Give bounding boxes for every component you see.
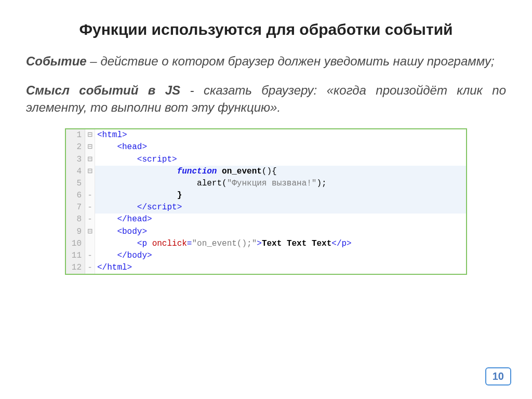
line-number: 5 bbox=[66, 178, 85, 190]
code-content: alert("Функция вызвана!"); bbox=[95, 178, 466, 190]
code-line: 4⊟ function on_event(){ bbox=[66, 166, 466, 178]
code-content: <html> bbox=[95, 129, 466, 141]
line-number: 1 bbox=[66, 129, 85, 141]
code-content: <head> bbox=[95, 141, 466, 153]
meaning-term: Смысл событий в JS bbox=[26, 83, 180, 97]
fold-icon bbox=[85, 178, 95, 190]
line-number: 3 bbox=[66, 154, 85, 166]
code-line: 9⊟ <body> bbox=[66, 226, 466, 238]
line-number: 8 bbox=[66, 214, 85, 225]
line-number: 10 bbox=[66, 238, 85, 250]
page-number-badge: 10 bbox=[485, 367, 511, 385]
code-line: 10 <p onclick="on_event();">Text Text Te… bbox=[66, 238, 466, 250]
definition-term: Событие bbox=[26, 54, 87, 68]
fold-icon: ⊟ bbox=[85, 166, 95, 178]
code-block: 1⊟<html>2⊟ <head>3⊟ <script>4⊟ function … bbox=[65, 128, 467, 275]
fold-icon: ⊟ bbox=[85, 154, 95, 166]
line-number: 7 bbox=[66, 202, 85, 214]
slide-title: Функции используются для обработки событ… bbox=[26, 21, 506, 38]
code-line: 6- } bbox=[66, 190, 466, 202]
code-line: 12-</html> bbox=[66, 262, 466, 274]
fold-icon: - bbox=[85, 262, 95, 274]
code-line: 11- </body> bbox=[66, 250, 466, 262]
line-number: 9 bbox=[66, 226, 85, 238]
code-content: function on_event(){ bbox=[95, 166, 466, 178]
line-number: 4 bbox=[66, 166, 85, 178]
line-number: 6 bbox=[66, 190, 85, 202]
line-number: 11 bbox=[66, 250, 85, 262]
code-line: 5 alert("Функция вызвана!"); bbox=[66, 178, 466, 190]
fold-icon: - bbox=[85, 190, 95, 202]
fold-icon: - bbox=[85, 214, 95, 225]
code-line: 8- </head> bbox=[66, 214, 466, 225]
fold-icon bbox=[85, 238, 95, 250]
fold-icon: - bbox=[85, 250, 95, 262]
meaning-paragraph: Смысл событий в JS - сказать браузеру: «… bbox=[26, 82, 506, 116]
code-content: </body> bbox=[95, 250, 466, 262]
fold-icon: - bbox=[85, 202, 95, 214]
definition-paragraph: Событие – действие о котором браузер дол… bbox=[26, 53, 506, 70]
code-content: <body> bbox=[95, 226, 466, 238]
code-line: 1⊟<html> bbox=[66, 129, 466, 141]
code-content: </head> bbox=[95, 214, 466, 225]
code-line: 3⊟ <script> bbox=[66, 154, 466, 166]
line-number: 2 bbox=[66, 141, 85, 153]
code-content: } bbox=[95, 190, 466, 202]
code-content: <script> bbox=[95, 154, 466, 166]
code-line: 7- </script> bbox=[66, 202, 466, 214]
fold-icon: ⊟ bbox=[85, 226, 95, 238]
line-number: 12 bbox=[66, 262, 85, 274]
fold-icon: ⊟ bbox=[85, 129, 95, 141]
fold-icon: ⊟ bbox=[85, 141, 95, 153]
code-line: 2⊟ <head> bbox=[66, 141, 466, 153]
code-content: </script> bbox=[95, 202, 466, 214]
code-content: <p onclick="on_event();">Text Text Text<… bbox=[95, 238, 466, 250]
definition-body: – действие о котором браузер должен увед… bbox=[87, 54, 495, 68]
code-content: </html> bbox=[95, 262, 466, 274]
